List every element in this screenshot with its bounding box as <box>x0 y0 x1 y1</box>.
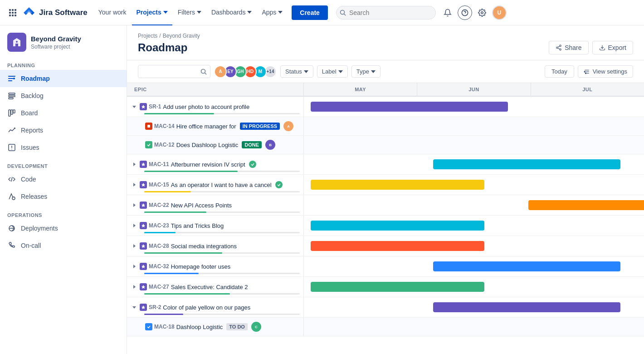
badge-inprogress: IN PROGRESS <box>240 123 280 130</box>
view-settings-button[interactable]: View settings <box>578 65 633 78</box>
toolbar-search-input[interactable] <box>138 65 210 78</box>
table-row[interactable]: MAC-32 Homepage footer uses <box>127 256 644 277</box>
roadmap-icon <box>7 74 16 83</box>
nav-icons: U <box>440 5 507 20</box>
table-row[interactable]: MAC-22 New API Access Points <box>127 195 644 216</box>
type-filter[interactable]: Type <box>351 65 381 78</box>
gantt-bar[interactable] <box>433 261 620 271</box>
gantt-bar[interactable] <box>433 159 620 169</box>
gantt-bar[interactable] <box>433 302 620 312</box>
sidebar-item-roadmap[interactable]: Roadmap <box>0 70 127 87</box>
svg-rect-3 <box>9 12 11 14</box>
nav-link-apps[interactable]: Apps <box>257 0 287 25</box>
table-row[interactable]: MAC-12 Does Dashloop Logistic DONE B <box>127 136 644 154</box>
sidebar-item-oncall[interactable]: On-call <box>0 237 127 254</box>
gantt-bar[interactable] <box>528 200 644 210</box>
progress-bar <box>144 113 214 114</box>
planning-section-label: PLANNING <box>0 57 127 70</box>
table-row[interactable]: MAC-28 Social media integrations <box>127 236 644 256</box>
row-avatar: A <box>283 121 293 131</box>
search-input[interactable] <box>336 6 436 20</box>
epic-icon <box>140 242 147 250</box>
epic-icon-green <box>145 141 152 148</box>
oncall-icon <box>7 241 16 250</box>
nav-link-filters[interactable]: Filters <box>173 0 206 25</box>
status-filter[interactable]: Status <box>280 65 313 78</box>
epic-col: MAC-22 New API Access Points <box>127 195 304 215</box>
export-button[interactable]: Export <box>592 41 633 54</box>
breadcrumb-projects[interactable]: Projects <box>138 33 157 39</box>
project-type: Software project <box>31 44 81 50</box>
roadmap-table-container[interactable]: Epic MAY JUN JUL <box>127 83 644 354</box>
gantt-bar[interactable] <box>311 180 484 190</box>
create-button[interactable]: Create <box>292 5 328 20</box>
sidebar-item-issues[interactable]: Issues <box>0 139 127 156</box>
today-button[interactable]: Today <box>545 65 574 78</box>
table-row[interactable]: MAC-23 Tips and Tricks Blog <box>127 216 644 236</box>
epic-col: MAC-28 Social media integrations <box>127 236 304 256</box>
share-icon <box>556 44 562 51</box>
expand-btn[interactable] <box>131 222 138 229</box>
table-row[interactable]: SR-1 Add user photo to account profile <box>127 97 644 117</box>
epic-col: MAC-11 Afterburner revision IV script <box>127 154 304 174</box>
code-icon <box>7 175 16 184</box>
nav-link-projects[interactable]: Projects <box>132 0 172 25</box>
expand-btn[interactable] <box>131 181 138 188</box>
help-icon[interactable] <box>458 5 472 20</box>
project-icon <box>7 33 26 52</box>
avatar-1[interactable]: A <box>214 65 227 78</box>
gantt-bar[interactable] <box>311 102 508 112</box>
toolbar: A EY GH HD M +14 Status Label Type <box>127 60 644 83</box>
nav-link-yourwork[interactable]: Your work <box>94 0 131 25</box>
grid-menu-icon[interactable] <box>5 5 20 20</box>
logo[interactable]: Jira Software <box>23 6 88 19</box>
table-row[interactable]: MAC-18 Dashloop Logistic TO DO C <box>127 318 644 336</box>
epic-col: MAC-32 Homepage footer uses <box>127 256 304 276</box>
breadcrumb-project[interactable]: Beyond Gravity <box>163 33 200 39</box>
search-box[interactable] <box>336 6 436 20</box>
gantt-bar[interactable] <box>311 241 484 251</box>
expand-btn[interactable] <box>131 263 138 270</box>
epic-title: Tips and Tricks Blog <box>171 222 224 229</box>
user-avatar[interactable]: U <box>492 5 507 20</box>
label-filter[interactable]: Label <box>317 65 348 78</box>
sidebar-item-backlog[interactable]: Backlog <box>0 87 127 104</box>
table-row[interactable]: MAC-11 Afterburner revision IV script <box>127 154 644 175</box>
gantt-bar[interactable] <box>311 221 484 231</box>
svg-rect-20 <box>11 110 13 114</box>
table-row[interactable]: SR-2 Color of pale yellow on our pages <box>127 297 644 318</box>
expand-btn[interactable] <box>131 161 138 168</box>
gantt-bar[interactable] <box>311 282 484 292</box>
expand-btn[interactable] <box>131 283 138 290</box>
top-nav: Jira Software Your work Projects Filters… <box>0 0 644 25</box>
sidebar-project[interactable]: Beyond Gravity Software project <box>0 25 127 57</box>
month-may: MAY <box>304 83 417 96</box>
table-row[interactable]: MAC-14 Hire office manager for IN PROGRE… <box>127 117 644 136</box>
progress-bar <box>144 191 191 192</box>
expand-btn[interactable] <box>131 103 138 110</box>
timeline-col <box>304 216 644 236</box>
epic-col: MAC-12 Does Dashloop Logistic DONE B <box>127 136 304 154</box>
table-row[interactable]: MAC-15 As an operator I want to have a c… <box>127 175 644 195</box>
share-label: Share <box>565 44 581 51</box>
epic-col: SR-2 Color of pale yellow on our pages <box>127 297 304 317</box>
sidebar-item-releases[interactable]: Releases <box>0 188 127 205</box>
progress-bar-wrap <box>144 211 300 213</box>
nav-link-dashboards[interactable]: Dashboards <box>207 0 257 25</box>
epic-icon-blue <box>145 323 152 330</box>
notifications-icon[interactable] <box>440 5 455 20</box>
share-button[interactable]: Share <box>549 41 588 54</box>
code-label: Code <box>21 176 36 183</box>
sidebar-item-board[interactable]: Board <box>0 104 127 122</box>
expand-btn[interactable] <box>131 304 138 311</box>
progress-bar-wrap <box>144 273 300 274</box>
table-row[interactable]: MAC-27 Sales Executive: Candidate 2 <box>127 277 644 297</box>
expand-btn[interactable] <box>131 202 138 209</box>
toolbar-search[interactable] <box>138 65 210 78</box>
settings-icon[interactable] <box>475 5 489 20</box>
sidebar-item-reports[interactable]: Reports <box>0 122 127 139</box>
expand-btn[interactable] <box>131 242 138 250</box>
sidebar-item-code[interactable]: Code <box>0 171 127 188</box>
progress-bar <box>144 273 199 274</box>
sidebar-item-deployments[interactable]: Deployments <box>0 220 127 237</box>
